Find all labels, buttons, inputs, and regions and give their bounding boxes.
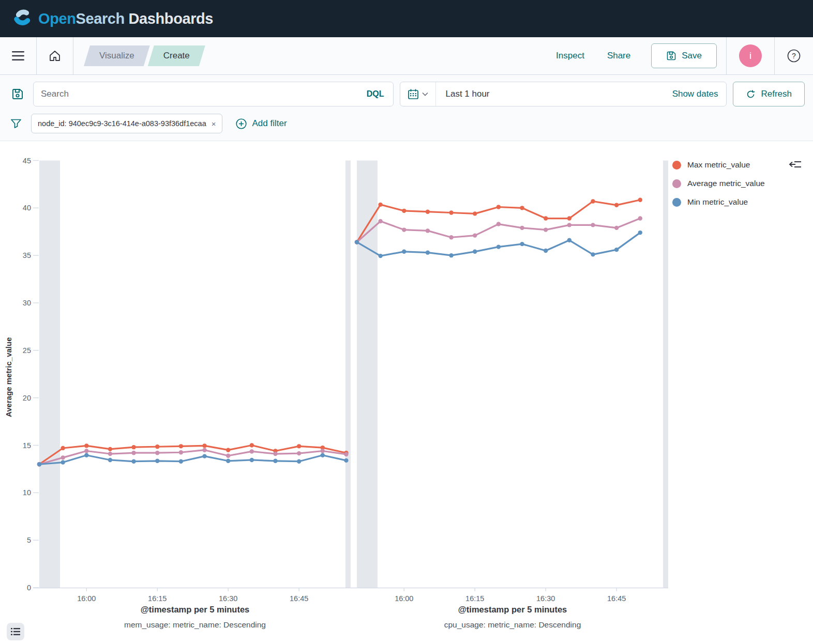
add-filter-label: Add filter [252,118,287,129]
save-button[interactable]: Save [651,43,717,68]
y-tick-label: 15 [23,441,31,450]
data-point [402,209,406,213]
data-point [591,252,595,256]
legend-swatch-icon [672,161,681,170]
x-tick-label: 16:45 [290,594,308,603]
x-tick-label: 16:15 [148,594,167,603]
data-point [250,449,254,453]
chart-mem-usage[interactable]: 16:0016:1516:3016:45051015202530354045@t… [16,158,357,643]
data-point [179,450,183,454]
legend-item[interactable]: Min metric_value [672,193,765,211]
calendar-icon [408,88,419,100]
data-point [520,226,524,230]
data-point [449,210,453,214]
filter-menu-button[interactable] [8,118,24,129]
data-point [321,449,325,453]
opensearch-logo-icon [11,8,33,29]
data-point [378,219,382,223]
data-point [378,203,382,207]
data-point [614,226,619,230]
data-point [37,462,41,466]
filter-pill[interactable]: node_id: 940ec9c9-3c16-414e-a083-93f36df… [31,114,222,133]
save-disk-icon [666,51,676,61]
data-point [297,459,301,464]
data-point [355,240,359,244]
show-dates-button[interactable]: Show dates [664,89,727,99]
x-tick-label: 16:30 [536,594,555,603]
inspect-button[interactable]: Inspect [556,51,584,61]
x-tick-label: 16:00 [77,594,96,603]
add-filter-button[interactable]: Add filter [236,118,287,129]
y-tick-label: 45 [23,158,31,165]
data-point [61,446,65,450]
search-input[interactable] [41,89,365,99]
data-point [426,209,430,213]
refresh-button[interactable]: Refresh [733,82,805,106]
svg-text:?: ? [792,52,796,60]
legend-label: Average metric_value [687,179,765,188]
y-tick-label: 25 [23,346,31,355]
saved-query-button[interactable] [8,88,27,100]
home-button[interactable] [37,37,73,74]
data-point [84,443,88,448]
help-icon: ? [787,49,801,63]
data-point [591,223,595,227]
data-point [297,444,301,448]
data-point [155,451,159,455]
time-range-button[interactable]: Last 1 hour [436,89,664,99]
data-point [108,447,112,451]
help-button[interactable]: ? [787,49,801,63]
divider [73,37,73,74]
collapse-legend-button[interactable] [788,158,803,173]
data-point [131,451,136,455]
user-avatar[interactable]: i [739,44,762,67]
query-language-button[interactable]: DQL [365,89,386,99]
save-button-label: Save [682,51,702,61]
x-axis-subtitle: mem_usage: metric_name: Descending [124,620,266,629]
data-point [155,444,159,449]
visualization-panel: Average metric_value 16:0016:1516:3016:4… [0,141,813,644]
data-point [321,453,325,457]
data-point [273,452,277,456]
y-tick-label: 40 [23,204,31,212]
calendar-menu-button[interactable] [400,82,436,106]
data-point [84,453,88,457]
data-point [638,216,642,220]
data-point [473,250,477,254]
breadcrumb: Visualize Create [84,45,205,66]
chevron-down-icon [422,92,428,96]
x-tick-label: 16:15 [465,594,484,603]
data-point [402,227,406,232]
search-box: DQL [33,82,394,106]
share-button[interactable]: Share [607,51,630,61]
data-point [638,231,642,235]
legend-item[interactable]: Average metric_value [672,174,765,193]
menu-button[interactable] [0,37,36,74]
data-point [226,454,230,458]
collapse-legend-icon [788,158,803,171]
values-list-button[interactable] [7,623,24,640]
app-top-bar: OpenSearch Dashboards [0,0,813,37]
legend-item[interactable]: Max metric_value [672,156,765,174]
data-point [638,198,642,202]
data-point [108,458,112,462]
x-tick-label: 16:45 [607,594,626,603]
data-point [473,211,477,216]
data-point [226,448,230,452]
x-axis-title: @timestamp per 5 minutes [141,605,249,614]
legend-label: Max metric_value [687,160,750,170]
remove-filter-icon[interactable]: × [212,119,216,128]
data-point [449,235,453,239]
data-point [297,451,301,455]
home-icon [49,50,61,62]
data-point [202,454,206,458]
chart-cpu-usage[interactable]: 16:0016:1516:3016:45@timestamp per 5 min… [333,158,674,643]
y-tick-label: 0 [27,584,31,592]
plus-circle-icon [236,118,247,129]
data-point [378,254,382,258]
breadcrumb-visualize[interactable]: Visualize [84,45,150,66]
y-axis-title: Average metric_value [4,319,14,417]
partial-bucket-band [39,161,60,588]
legend-swatch-icon [672,198,681,207]
filter-bar: node_id: 940ec9c9-3c16-414e-a083-93f36df… [0,111,813,141]
